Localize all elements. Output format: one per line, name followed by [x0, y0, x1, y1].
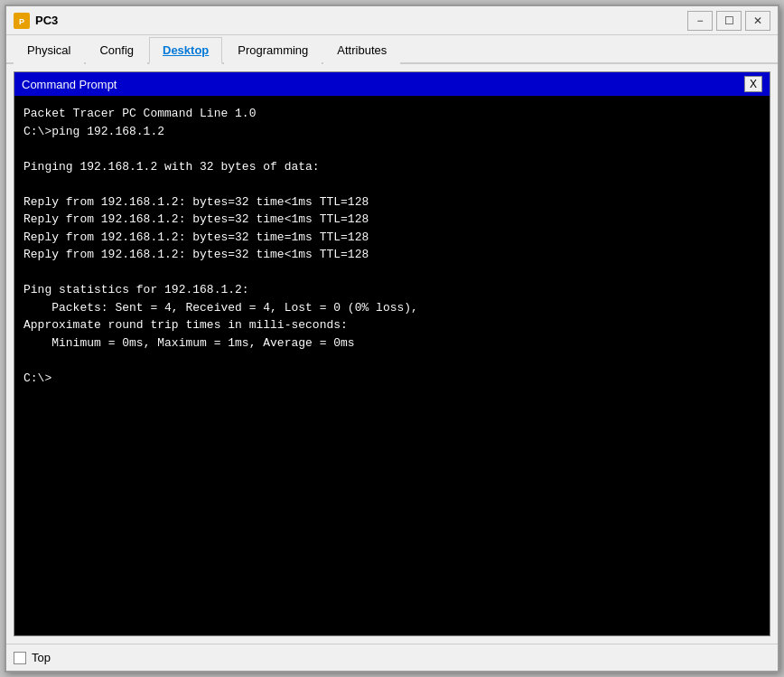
- bottom-bar: Top: [6, 644, 778, 671]
- top-label: Top: [32, 651, 51, 664]
- main-window: P PC3 − ☐ ✕ Physical Config Desktop Prog…: [5, 5, 779, 672]
- close-button[interactable]: ✕: [745, 11, 770, 31]
- tab-desktop[interactable]: Desktop: [149, 37, 222, 64]
- tab-programming[interactable]: Programming: [224, 37, 322, 64]
- window-title: PC3: [35, 14, 687, 27]
- cmd-output[interactable]: Packet Tracer PC Command Line 1.0 C:\>pi…: [14, 96, 770, 635]
- cmd-close-button[interactable]: X: [744, 76, 762, 92]
- top-checkbox[interactable]: [14, 652, 26, 664]
- window-controls: − ☐ ✕: [687, 11, 770, 31]
- minimize-button[interactable]: −: [687, 11, 713, 31]
- content-area: Command Prompt X Packet Tracer PC Comman…: [6, 64, 778, 644]
- tab-attributes[interactable]: Attributes: [323, 37, 400, 64]
- cmd-titlebar: Command Prompt X: [14, 72, 770, 96]
- tab-config[interactable]: Config: [86, 37, 147, 64]
- tab-physical[interactable]: Physical: [14, 37, 84, 64]
- command-prompt-window: Command Prompt X Packet Tracer PC Comman…: [14, 71, 770, 636]
- title-bar: P PC3 − ☐ ✕: [6, 6, 778, 35]
- maximize-button[interactable]: ☐: [716, 11, 742, 31]
- tab-bar: Physical Config Desktop Programming Attr…: [6, 35, 778, 64]
- svg-text:P: P: [19, 17, 24, 26]
- app-icon: P: [14, 13, 30, 29]
- cmd-title-label: Command Prompt: [22, 78, 117, 91]
